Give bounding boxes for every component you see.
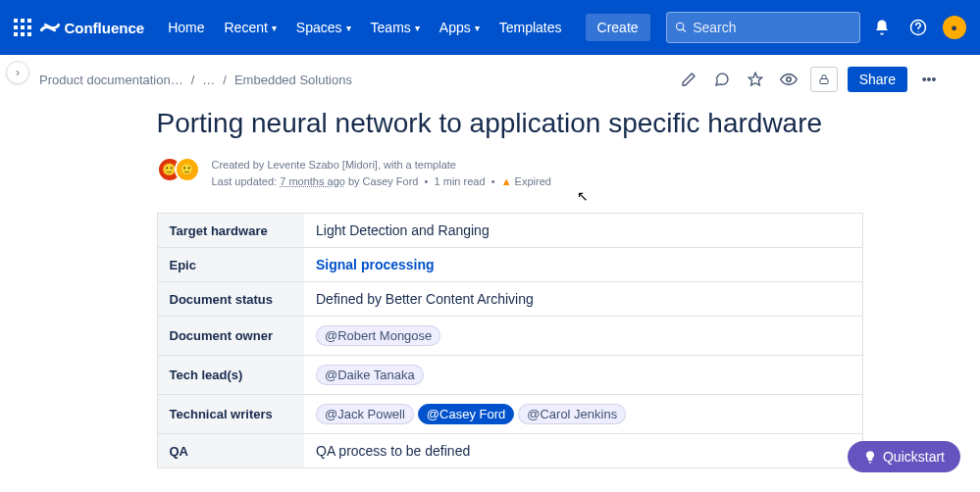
property-value: Defined by Better Content Archiving bbox=[304, 282, 862, 317]
notifications-icon[interactable] bbox=[868, 12, 897, 43]
more-actions-icon[interactable]: ••• bbox=[917, 68, 941, 91]
epic-link[interactable]: Signal processing bbox=[316, 257, 435, 272]
page-properties-table: Target hardwareLight Detection and Rangi… bbox=[157, 213, 863, 468]
table-row: QAQA process to be defined bbox=[157, 434, 862, 468]
svg-rect-2 bbox=[27, 19, 31, 23]
table-row: EpicSignal processing bbox=[157, 248, 862, 282]
svg-rect-8 bbox=[27, 32, 31, 36]
warning-icon: ▲ bbox=[501, 175, 512, 187]
search-field[interactable] bbox=[666, 12, 861, 43]
lightbulb-icon bbox=[863, 450, 877, 464]
quickstart-button[interactable]: Quickstart bbox=[848, 441, 960, 472]
breadcrumb-root[interactable]: Product documentation… bbox=[39, 73, 183, 87]
last-updated-link[interactable]: 7 months ago bbox=[280, 175, 345, 187]
property-value: Light Detection and Ranging bbox=[304, 214, 862, 248]
breadcrumb-mid[interactable]: … bbox=[202, 73, 215, 87]
breadcrumb-leaf[interactable]: Embedded Solutions bbox=[234, 73, 352, 87]
table-row: Document statusDefined by Better Content… bbox=[157, 282, 862, 317]
avatar[interactable]: 🙂 bbox=[175, 157, 200, 182]
user-mention[interactable]: @Carol Jenkins bbox=[518, 404, 626, 424]
property-label: Epic bbox=[157, 248, 304, 282]
property-value: @Robert Mongose bbox=[304, 317, 862, 356]
svg-line-10 bbox=[682, 29, 685, 32]
user-mention[interactable]: @Daike Tanaka bbox=[316, 365, 424, 385]
chevron-down-icon: ▾ bbox=[415, 23, 420, 33]
cursor-icon: ↖ bbox=[577, 188, 589, 204]
svg-point-14 bbox=[786, 77, 791, 82]
product-name: Confluence bbox=[64, 20, 144, 36]
svg-rect-3 bbox=[14, 25, 18, 29]
property-value: @Jack Powell@Casey Ford@Carol Jenkins bbox=[304, 395, 862, 434]
share-button[interactable]: Share bbox=[848, 67, 907, 92]
svg-rect-6 bbox=[14, 32, 18, 36]
property-value: QA process to be defined bbox=[304, 434, 862, 468]
read-time: 1 min read bbox=[435, 175, 486, 187]
contributor-avatars[interactable]: 🙂 🙂 bbox=[157, 157, 200, 182]
property-label: Technical writers bbox=[157, 395, 304, 434]
property-label: Document owner bbox=[157, 317, 304, 356]
property-label: Document status bbox=[157, 282, 304, 317]
user-mention[interactable]: @Robert Mongose bbox=[316, 325, 440, 346]
nav-home[interactable]: Home bbox=[160, 14, 212, 41]
user-mention[interactable]: @Casey Ford bbox=[418, 404, 514, 424]
property-label: QA bbox=[157, 434, 304, 468]
property-value: @Daike Tanaka bbox=[304, 356, 862, 395]
restrictions-icon[interactable] bbox=[810, 67, 838, 92]
watch-icon[interactable] bbox=[777, 68, 800, 91]
primary-nav: Home Recent▾ Spaces▾ Teams▾ Apps▾ Templa… bbox=[160, 14, 649, 41]
user-mention[interactable]: @Jack Powell bbox=[316, 404, 414, 424]
nav-spaces[interactable]: Spaces▾ bbox=[288, 14, 359, 41]
nav-templates[interactable]: Templates bbox=[491, 14, 570, 41]
property-label: Target hardware bbox=[157, 214, 304, 248]
nav-apps[interactable]: Apps▾ bbox=[432, 14, 488, 41]
table-row: Document owner@Robert Mongose bbox=[157, 317, 862, 356]
confluence-logo[interactable]: Confluence bbox=[40, 18, 144, 37]
svg-marker-13 bbox=[748, 73, 761, 85]
comment-icon[interactable] bbox=[710, 68, 734, 91]
table-row: Tech lead(s)@Daike Tanaka bbox=[157, 356, 862, 395]
breadcrumb: Product documentation… / … / Embedded So… bbox=[39, 73, 352, 87]
nav-recent[interactable]: Recent▾ bbox=[217, 14, 284, 41]
svg-point-12 bbox=[917, 31, 918, 32]
chevron-down-icon: ▾ bbox=[272, 23, 277, 33]
search-input[interactable] bbox=[693, 20, 851, 35]
svg-rect-7 bbox=[21, 32, 25, 36]
profile-avatar[interactable]: ● bbox=[940, 12, 968, 43]
search-icon bbox=[675, 21, 688, 34]
edit-icon[interactable] bbox=[677, 68, 700, 91]
page-actions: Share ••• bbox=[677, 67, 941, 92]
svg-rect-4 bbox=[21, 25, 25, 29]
property-value: Signal processing bbox=[304, 248, 862, 282]
chevron-down-icon: ▾ bbox=[475, 23, 480, 33]
create-button[interactable]: Create bbox=[586, 14, 650, 41]
top-navigation: Confluence Home Recent▾ Spaces▾ Teams▾ A… bbox=[0, 0, 980, 55]
property-label: Tech lead(s) bbox=[157, 356, 304, 395]
page-byline: 🙂 🙂 Created by Levente Szabo [Midori], w… bbox=[157, 157, 863, 189]
app-switcher-icon[interactable] bbox=[12, 16, 32, 39]
page-title: Porting neural network to application sp… bbox=[157, 108, 863, 139]
chevron-down-icon: ▾ bbox=[346, 23, 351, 33]
status-expired: Expired bbox=[515, 175, 551, 187]
svg-point-9 bbox=[676, 23, 683, 29]
star-icon[interactable] bbox=[744, 68, 767, 91]
help-icon[interactable] bbox=[904, 12, 933, 43]
svg-rect-15 bbox=[820, 79, 828, 84]
table-row: Target hardwareLight Detection and Rangi… bbox=[157, 214, 862, 248]
nav-teams[interactable]: Teams▾ bbox=[363, 14, 428, 41]
svg-rect-0 bbox=[14, 19, 18, 23]
svg-rect-5 bbox=[27, 25, 31, 29]
svg-rect-1 bbox=[21, 19, 25, 23]
table-row: Technical writers@Jack Powell@Casey Ford… bbox=[157, 395, 862, 434]
